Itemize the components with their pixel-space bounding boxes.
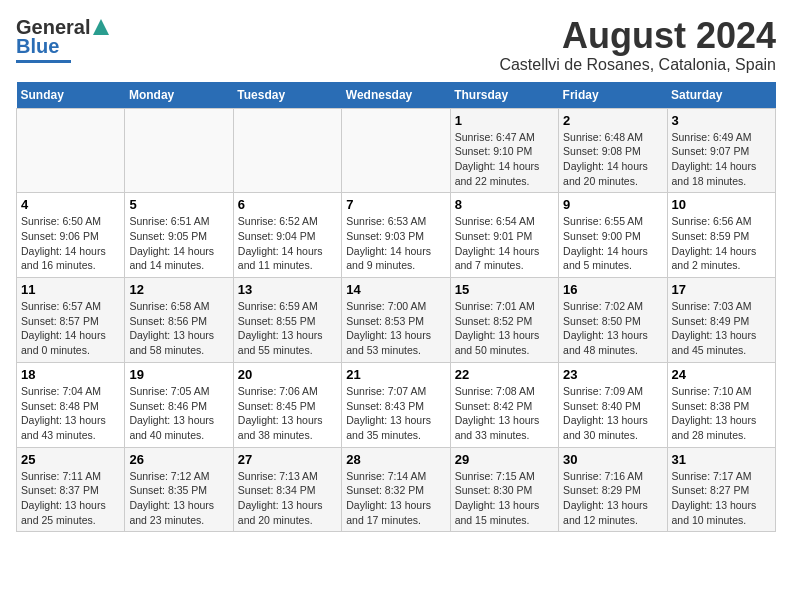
day-number: 6 [238, 197, 337, 212]
day-info: Sunrise: 6:48 AM Sunset: 9:08 PM Dayligh… [563, 130, 662, 189]
day-number: 17 [672, 282, 771, 297]
day-number: 22 [455, 367, 554, 382]
calendar-cell: 15Sunrise: 7:01 AM Sunset: 8:52 PM Dayli… [450, 278, 558, 363]
day-number: 18 [21, 367, 120, 382]
day-info: Sunrise: 7:01 AM Sunset: 8:52 PM Dayligh… [455, 299, 554, 358]
calendar-cell: 10Sunrise: 6:56 AM Sunset: 8:59 PM Dayli… [667, 193, 775, 278]
calendar-cell [233, 108, 341, 193]
calendar-week-row: 4Sunrise: 6:50 AM Sunset: 9:06 PM Daylig… [17, 193, 776, 278]
day-number: 8 [455, 197, 554, 212]
day-number: 7 [346, 197, 445, 212]
day-info: Sunrise: 7:11 AM Sunset: 8:37 PM Dayligh… [21, 469, 120, 528]
day-info: Sunrise: 7:00 AM Sunset: 8:53 PM Dayligh… [346, 299, 445, 358]
calendar-cell: 9Sunrise: 6:55 AM Sunset: 9:00 PM Daylig… [559, 193, 667, 278]
calendar-cell: 17Sunrise: 7:03 AM Sunset: 8:49 PM Dayli… [667, 278, 775, 363]
calendar-cell: 4Sunrise: 6:50 AM Sunset: 9:06 PM Daylig… [17, 193, 125, 278]
day-number: 19 [129, 367, 228, 382]
day-info: Sunrise: 7:15 AM Sunset: 8:30 PM Dayligh… [455, 469, 554, 528]
calendar-cell: 3Sunrise: 6:49 AM Sunset: 9:07 PM Daylig… [667, 108, 775, 193]
calendar-cell [342, 108, 450, 193]
calendar-cell: 29Sunrise: 7:15 AM Sunset: 8:30 PM Dayli… [450, 447, 558, 532]
logo: General Blue [16, 16, 109, 63]
calendar-cell: 2Sunrise: 6:48 AM Sunset: 9:08 PM Daylig… [559, 108, 667, 193]
day-number: 23 [563, 367, 662, 382]
day-of-week-header: Monday [125, 82, 233, 109]
day-of-week-header: Wednesday [342, 82, 450, 109]
calendar-cell: 12Sunrise: 6:58 AM Sunset: 8:56 PM Dayli… [125, 278, 233, 363]
day-info: Sunrise: 6:58 AM Sunset: 8:56 PM Dayligh… [129, 299, 228, 358]
calendar-week-row: 18Sunrise: 7:04 AM Sunset: 8:48 PM Dayli… [17, 362, 776, 447]
day-number: 4 [21, 197, 120, 212]
logo-text-blue: Blue [16, 35, 59, 58]
day-number: 12 [129, 282, 228, 297]
day-number: 31 [672, 452, 771, 467]
calendar-subtitle: Castellvi de Rosanes, Catalonia, Spain [499, 56, 776, 74]
day-of-week-header: Thursday [450, 82, 558, 109]
calendar-cell: 14Sunrise: 7:00 AM Sunset: 8:53 PM Dayli… [342, 278, 450, 363]
day-of-week-header: Saturday [667, 82, 775, 109]
calendar-week-row: 25Sunrise: 7:11 AM Sunset: 8:37 PM Dayli… [17, 447, 776, 532]
calendar-cell: 16Sunrise: 7:02 AM Sunset: 8:50 PM Dayli… [559, 278, 667, 363]
calendar-cell [125, 108, 233, 193]
calendar-cell: 26Sunrise: 7:12 AM Sunset: 8:35 PM Dayli… [125, 447, 233, 532]
calendar-cell: 18Sunrise: 7:04 AM Sunset: 8:48 PM Dayli… [17, 362, 125, 447]
calendar-week-row: 1Sunrise: 6:47 AM Sunset: 9:10 PM Daylig… [17, 108, 776, 193]
calendar-cell: 27Sunrise: 7:13 AM Sunset: 8:34 PM Dayli… [233, 447, 341, 532]
day-info: Sunrise: 6:52 AM Sunset: 9:04 PM Dayligh… [238, 214, 337, 273]
day-info: Sunrise: 6:50 AM Sunset: 9:06 PM Dayligh… [21, 214, 120, 273]
calendar-cell: 28Sunrise: 7:14 AM Sunset: 8:32 PM Dayli… [342, 447, 450, 532]
day-info: Sunrise: 7:12 AM Sunset: 8:35 PM Dayligh… [129, 469, 228, 528]
day-info: Sunrise: 7:07 AM Sunset: 8:43 PM Dayligh… [346, 384, 445, 443]
calendar-cell: 24Sunrise: 7:10 AM Sunset: 8:38 PM Dayli… [667, 362, 775, 447]
day-number: 21 [346, 367, 445, 382]
calendar-table: SundayMondayTuesdayWednesdayThursdayFrid… [16, 82, 776, 533]
day-number: 10 [672, 197, 771, 212]
calendar-cell: 30Sunrise: 7:16 AM Sunset: 8:29 PM Dayli… [559, 447, 667, 532]
day-info: Sunrise: 7:16 AM Sunset: 8:29 PM Dayligh… [563, 469, 662, 528]
calendar-cell: 31Sunrise: 7:17 AM Sunset: 8:27 PM Dayli… [667, 447, 775, 532]
day-info: Sunrise: 7:03 AM Sunset: 8:49 PM Dayligh… [672, 299, 771, 358]
calendar-cell: 21Sunrise: 7:07 AM Sunset: 8:43 PM Dayli… [342, 362, 450, 447]
day-of-week-header: Tuesday [233, 82, 341, 109]
day-info: Sunrise: 7:04 AM Sunset: 8:48 PM Dayligh… [21, 384, 120, 443]
day-number: 24 [672, 367, 771, 382]
day-number: 26 [129, 452, 228, 467]
day-number: 1 [455, 113, 554, 128]
day-info: Sunrise: 7:17 AM Sunset: 8:27 PM Dayligh… [672, 469, 771, 528]
calendar-cell: 5Sunrise: 6:51 AM Sunset: 9:05 PM Daylig… [125, 193, 233, 278]
calendar-cell: 6Sunrise: 6:52 AM Sunset: 9:04 PM Daylig… [233, 193, 341, 278]
day-number: 30 [563, 452, 662, 467]
day-info: Sunrise: 6:47 AM Sunset: 9:10 PM Dayligh… [455, 130, 554, 189]
calendar-cell: 23Sunrise: 7:09 AM Sunset: 8:40 PM Dayli… [559, 362, 667, 447]
day-number: 14 [346, 282, 445, 297]
day-number: 15 [455, 282, 554, 297]
day-number: 20 [238, 367, 337, 382]
logo-underline [16, 60, 71, 63]
day-info: Sunrise: 7:02 AM Sunset: 8:50 PM Dayligh… [563, 299, 662, 358]
calendar-cell: 19Sunrise: 7:05 AM Sunset: 8:46 PM Dayli… [125, 362, 233, 447]
day-info: Sunrise: 7:05 AM Sunset: 8:46 PM Dayligh… [129, 384, 228, 443]
calendar-cell: 20Sunrise: 7:06 AM Sunset: 8:45 PM Dayli… [233, 362, 341, 447]
day-number: 13 [238, 282, 337, 297]
day-info: Sunrise: 7:06 AM Sunset: 8:45 PM Dayligh… [238, 384, 337, 443]
day-number: 27 [238, 452, 337, 467]
calendar-cell: 11Sunrise: 6:57 AM Sunset: 8:57 PM Dayli… [17, 278, 125, 363]
day-info: Sunrise: 7:13 AM Sunset: 8:34 PM Dayligh… [238, 469, 337, 528]
day-of-week-header: Sunday [17, 82, 125, 109]
day-info: Sunrise: 7:09 AM Sunset: 8:40 PM Dayligh… [563, 384, 662, 443]
day-number: 16 [563, 282, 662, 297]
day-of-week-header: Friday [559, 82, 667, 109]
day-number: 2 [563, 113, 662, 128]
calendar-cell [17, 108, 125, 193]
day-info: Sunrise: 7:10 AM Sunset: 8:38 PM Dayligh… [672, 384, 771, 443]
page-header: General Blue August 2024 Castellvi de Ro… [16, 16, 776, 74]
day-info: Sunrise: 6:54 AM Sunset: 9:01 PM Dayligh… [455, 214, 554, 273]
day-info: Sunrise: 7:08 AM Sunset: 8:42 PM Dayligh… [455, 384, 554, 443]
day-number: 28 [346, 452, 445, 467]
day-number: 29 [455, 452, 554, 467]
logo-triangle-icon [93, 19, 109, 35]
day-number: 11 [21, 282, 120, 297]
day-info: Sunrise: 6:57 AM Sunset: 8:57 PM Dayligh… [21, 299, 120, 358]
calendar-cell: 8Sunrise: 6:54 AM Sunset: 9:01 PM Daylig… [450, 193, 558, 278]
calendar-title: August 2024 [499, 16, 776, 56]
